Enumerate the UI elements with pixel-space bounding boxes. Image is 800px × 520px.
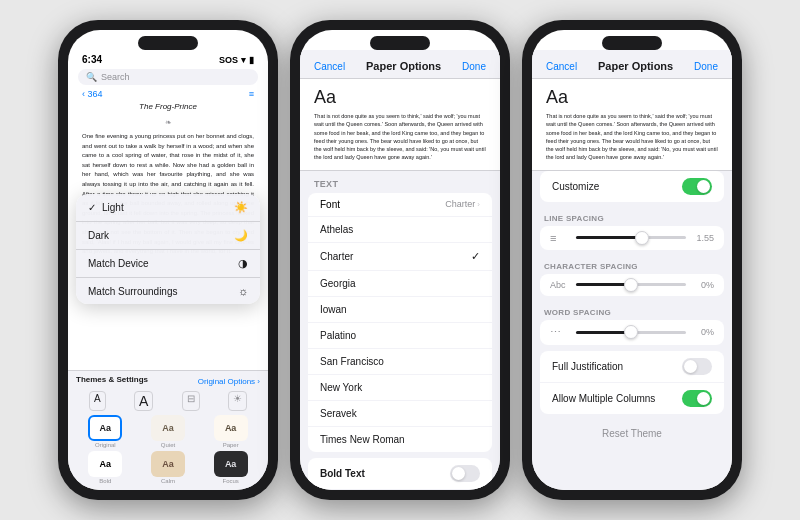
word-spacing-track[interactable] <box>576 331 686 334</box>
customize-modal: Cancel Paper Options Done Aa That is not… <box>532 50 732 490</box>
charter-check: ✓ <box>471 250 480 263</box>
time-display: 6:34 <box>82 54 102 65</box>
font-iowan[interactable]: Iowan <box>308 297 492 323</box>
phone-3-screen: Cancel Paper Options Done Aa That is not… <box>532 30 732 490</box>
line-spacing-header: LINE SPACING <box>540 208 724 226</box>
back-button[interactable]: ‹ 364 <box>82 89 103 99</box>
theme-quiet-btn[interactable]: Aa Quiet <box>151 415 185 448</box>
line-spacing-thumb[interactable] <box>635 231 649 245</box>
font-selector-row[interactable]: Font Charter › <box>308 193 492 217</box>
full-justification-toggle[interactable] <box>682 358 712 375</box>
dropdown-item-match-device[interactable]: Match Device ◑ <box>76 250 260 278</box>
line-spacing-track[interactable] <box>576 236 686 239</box>
font-seravek[interactable]: Seravek <box>308 401 492 427</box>
search-icon: 🔍 <box>86 72 97 82</box>
font-palatino[interactable]: Palatino <box>308 323 492 349</box>
font-charter[interactable]: Charter ✓ <box>308 243 492 271</box>
cancel-button-3[interactable]: Cancel <box>546 61 577 72</box>
theme-calm-btn[interactable]: Aa Calm <box>151 451 185 484</box>
phone-3: Cancel Paper Options Done Aa That is not… <box>522 20 742 500</box>
ornament: ❧ <box>82 117 254 129</box>
match-device-label: Match Device <box>88 258 149 269</box>
full-justification-item: Full Justification <box>540 351 724 383</box>
bold-text-item: Bold Text <box>308 458 492 489</box>
word-spacing-section: ⋯ 0% <box>540 320 724 345</box>
done-button-3[interactable]: Done <box>694 61 718 72</box>
battery-icon: ▮ <box>249 55 254 65</box>
theme-focus-btn[interactable]: Aa Focus <box>214 451 248 484</box>
font-size-large[interactable]: A <box>134 391 153 411</box>
done-button-2[interactable]: Done <box>462 61 486 72</box>
themes-title: Themes & Settings <box>76 375 148 384</box>
theme-bold-label: Bold <box>99 478 111 484</box>
multiple-columns-item: Allow Multiple Columns <box>540 383 724 414</box>
preview-area-2: Aa That is not done quite as you seem to… <box>300 79 500 171</box>
cancel-button-2[interactable]: Cancel <box>314 61 345 72</box>
match-surroundings-icon: ☼ <box>238 285 248 297</box>
check-mark: ✓ <box>88 202 96 213</box>
preview-text-3: That is not done quite as you seem to th… <box>546 112 718 162</box>
word-spacing-value: 0% <box>692 327 714 337</box>
themes-bar: Themes & Settings Original Options › A A… <box>68 370 268 490</box>
customize-toggle[interactable] <box>682 178 712 195</box>
customize-item: Customize <box>540 171 724 202</box>
char-spacing-fill <box>576 283 631 286</box>
search-bar[interactable]: 🔍 Search <box>78 69 258 85</box>
phone-2: Cancel Paper Options Done Aa That is not… <box>290 20 510 500</box>
word-spacing-thumb[interactable] <box>624 325 638 339</box>
typography-toggles: Full Justification Allow Multiple Column… <box>540 351 724 414</box>
theme-quiet-circle: Aa <box>151 415 185 441</box>
theme-focus-circle: Aa <box>214 451 248 477</box>
modal-title-2: Paper Options <box>366 60 441 72</box>
match-device-icon: ◑ <box>238 257 248 270</box>
brightness-button[interactable]: ☀ <box>228 391 247 411</box>
multiple-columns-toggle[interactable] <box>682 390 712 407</box>
font-new-york[interactable]: New York <box>308 375 492 401</box>
light-option-label: Light <box>102 202 124 213</box>
modal-header-3: Cancel Paper Options Done <box>532 50 732 79</box>
theme-paper-btn[interactable]: Aa Paper <box>214 415 248 448</box>
word-spacing-slider-row: ⋯ 0% <box>540 320 724 345</box>
char-spacing-track[interactable] <box>576 283 686 286</box>
text-section-header: Text <box>300 171 500 193</box>
font-san-francisco[interactable]: San Francisco <box>308 349 492 375</box>
char-spacing-thumb[interactable] <box>624 278 638 292</box>
theme-original-btn[interactable]: Aa Original <box>88 415 122 448</box>
line-spacing-value: 1.55 <box>692 233 714 243</box>
font-list-scroll[interactable]: Text Font Charter › Athelas Charter <box>300 171 500 491</box>
phone-1-screen: 6:34 SOS ▾ ▮ 🔍 Search ‹ 364 ≡ The Frog-P… <box>68 30 268 490</box>
line-spacing-section: ≡ 1.55 <box>540 226 724 250</box>
char-spacing-icon: Abc <box>550 280 570 290</box>
font-athelas[interactable]: Athelas <box>308 217 492 243</box>
reset-theme-button[interactable]: Reset Theme <box>540 420 724 447</box>
dropdown-item-light[interactable]: ✓ Light ☀️ <box>76 194 260 222</box>
dropdown-item-match-surroundings[interactable]: Match Surroundings ☼ <box>76 278 260 304</box>
modal-header-2: Cancel Paper Options Done <box>300 50 500 79</box>
options-link[interactable]: Original Options › <box>198 377 260 386</box>
font-georgia[interactable]: Georgia <box>308 271 492 297</box>
nav-bar: ‹ 364 ≡ <box>68 87 268 101</box>
font-list: Font Charter › Athelas Charter ✓ <box>308 193 492 452</box>
preview-area-3: Aa That is not done quite as you seem to… <box>532 79 732 171</box>
char-spacing-value: 0% <box>692 280 714 290</box>
font-themes-button[interactable]: ⊟ <box>182 391 200 411</box>
word-spacing-fill <box>576 331 631 334</box>
font-size-small[interactable]: A <box>89 391 106 411</box>
customize-label: Customize <box>552 181 599 192</box>
bold-text-row: Bold Text <box>308 458 492 489</box>
theme-calm-label: Calm <box>161 478 175 484</box>
dropdown-item-dark[interactable]: Dark 🌙 <box>76 222 260 250</box>
theme-bold-btn[interactable]: Aa Bold <box>88 451 122 484</box>
menu-button[interactable]: ≡ <box>249 89 254 99</box>
bold-text-toggle[interactable] <box>450 465 480 482</box>
themes-row: Aa Original Aa Quiet Aa Paper <box>76 415 260 448</box>
font-value-selector[interactable]: Charter › <box>445 199 480 209</box>
chevron-icon: › <box>477 200 480 209</box>
light-icon: ☀️ <box>234 201 248 214</box>
theme-calm-circle: Aa <box>151 451 185 477</box>
dropdown-menu: ✓ Light ☀️ Dark 🌙 Match Device ◑ <box>76 194 260 304</box>
multiple-columns-label: Allow Multiple Columns <box>552 393 655 404</box>
search-label: Search <box>101 72 130 82</box>
brightness-dropdown: ✓ Light ☀️ Dark 🌙 Match Device ◑ <box>76 194 260 304</box>
font-times-new-roman[interactable]: Times New Roman <box>308 427 492 452</box>
